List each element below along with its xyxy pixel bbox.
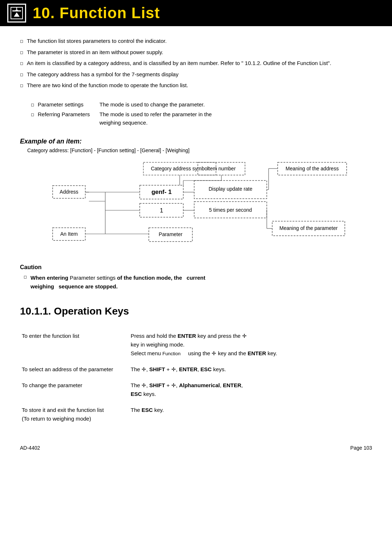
- ops-row-1: To enter the function list Press and hol…: [20, 328, 372, 361]
- caution-bold-2: of the function mode, the current: [117, 275, 205, 281]
- caution-bold-3: weighing sequence are stopped.: [30, 283, 118, 289]
- page-footer: AD-4402 Page 103: [0, 438, 392, 458]
- main-content: The function list stores parameters to c…: [0, 37, 392, 427]
- page-title: 10. Function List: [33, 4, 160, 22]
- header-icon: [7, 4, 26, 23]
- value-1: 1: [160, 207, 163, 214]
- ops-col2-2: The ✛, SHIFT + ✛, ENTER, ESC keys.: [129, 361, 372, 377]
- example-title: Example of an item:: [20, 138, 372, 145]
- meaning-parameter-label: Meaning of the parameter: [279, 225, 338, 231]
- ops-col1-4: To store it and exit the function list (…: [20, 402, 129, 427]
- intro-bullet-list: The function list stores parameters to c…: [20, 37, 372, 90]
- ops-col1-1: To enter the function list: [20, 328, 129, 361]
- sub-bullet-list: Parameter settings The mode is used to c…: [31, 101, 372, 127]
- genf-value: genf- 1: [151, 189, 172, 195]
- ops-col2-3: The ✛, SHIFT + ✛, Alphanumerical, ENTER,…: [129, 377, 372, 402]
- ops-row-2: To select an address of the parameter Th…: [20, 361, 372, 377]
- diagram-svg: Category address symbol genf- 1 1 Displa…: [42, 161, 350, 251]
- bullet-item-4: The category address has a symbol for th…: [20, 70, 372, 79]
- caution-normal: Parameter settings: [70, 275, 117, 281]
- caution-section: Caution When entering Parameter settings…: [20, 264, 372, 291]
- ops-col1-2: To select an address of the parameter: [20, 361, 129, 377]
- ops-col2-4: The ESC key.: [129, 402, 372, 427]
- footer-model: AD-4402: [20, 445, 40, 451]
- address-label: Address: [60, 189, 78, 195]
- footer-page: Page 103: [350, 445, 372, 451]
- category-address-line: Category address: [Function] - [Function…: [27, 147, 372, 153]
- an-item-label: An Item: [60, 231, 78, 237]
- diagram-container: Category address symbol genf- 1 1 Displa…: [42, 161, 350, 251]
- caution-item: When entering Parameter settings of the …: [24, 274, 372, 291]
- ops-row-3: To change the parameter The ✛, SHIFT + ✛…: [20, 377, 372, 402]
- category-address-symbol-label: Category address symbol: [151, 166, 209, 171]
- sub-bullet-2: Referring Parameters The mode is used to…: [31, 110, 372, 127]
- five-times-label: 5 times per second: [209, 207, 252, 213]
- caution-title: Caution: [20, 264, 372, 271]
- meaning-address-label: Meaning of the address: [286, 166, 339, 171]
- example-section: Example of an item: Category address: [F…: [20, 138, 372, 251]
- svg-marker-2: [14, 12, 20, 17]
- sub-bullet-1: Parameter settings The mode is used to c…: [31, 101, 372, 109]
- display-update-rate-label: Display update rate: [209, 186, 253, 192]
- page-header: 10. Function List: [0, 0, 392, 26]
- parameter-label: Parameter: [159, 231, 183, 237]
- section-title: 10.1.1. Operation Keys: [20, 305, 372, 319]
- ops-row-4: To store it and exit the function list (…: [20, 402, 372, 427]
- caution-bold-1: When entering: [30, 275, 68, 281]
- ops-col1-3: To change the parameter: [20, 377, 129, 402]
- bullet-item-5: There are two kind of the function mode …: [20, 81, 372, 90]
- ops-col2-1: Press and hold the ENTER key and press t…: [129, 328, 372, 361]
- bullet-item-3: An item is classified by a category addr…: [20, 59, 372, 68]
- operation-keys-section: 10.1.1. Operation Keys To enter the func…: [20, 305, 372, 427]
- bullet-item-2: The parameter is stored in an item witho…: [20, 48, 372, 57]
- bullet-item-1: The function list stores parameters to c…: [20, 37, 372, 45]
- item-number-label: Item number: [207, 166, 236, 171]
- ops-table: To enter the function list Press and hol…: [20, 328, 372, 427]
